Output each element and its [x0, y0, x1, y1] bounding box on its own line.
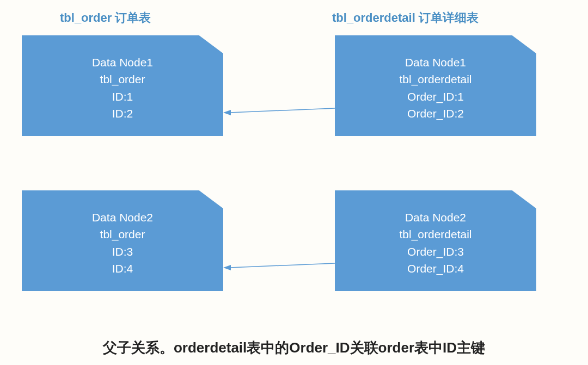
node-id-line: Order_ID:4: [399, 260, 471, 277]
node-orderdetail-2: Data Node2 tbl_orderdetail Order_ID:3 Or…: [335, 190, 536, 291]
node-orderdetail-1: Data Node1 tbl_orderdetail Order_ID:1 Or…: [335, 35, 536, 136]
node-id-line: ID:4: [92, 260, 153, 277]
node-id-line: Order_ID:3: [399, 243, 471, 261]
node-title: Data Node1: [92, 54, 153, 71]
node-id-line: ID:2: [92, 105, 153, 122]
node-title: Data Node2: [92, 209, 153, 226]
svg-line-0: [230, 108, 335, 113]
node-table: tbl_order: [92, 226, 153, 243]
left-table-title: tbl_order 订单表: [60, 10, 151, 26]
node-table: tbl_orderdetail: [399, 226, 471, 243]
node-id-line: ID:3: [92, 243, 153, 261]
node-title: Data Node1: [399, 54, 471, 71]
node-table: tbl_orderdetail: [399, 71, 471, 88]
relation-arrow-top: [223, 113, 335, 114]
relation-arrow-bottom: [223, 268, 335, 269]
node-table: tbl_order: [92, 71, 153, 88]
right-table-title: tbl_orderdetail 订单详细表: [332, 10, 479, 26]
node-id-line: ID:1: [92, 88, 153, 106]
node-title: Data Node2: [399, 209, 471, 226]
svg-marker-1: [223, 110, 231, 115]
node-order-1: Data Node1 tbl_order ID:1 ID:2: [22, 35, 223, 136]
svg-line-2: [230, 263, 335, 268]
node-id-line: Order_ID:1: [399, 88, 471, 106]
diagram-caption: 父子关系。orderdetail表中的Order_ID关联order表中ID主键: [0, 338, 588, 357]
node-id-line: Order_ID:2: [399, 105, 471, 122]
node-order-2: Data Node2 tbl_order ID:3 ID:4: [22, 190, 223, 291]
svg-marker-3: [223, 265, 231, 270]
